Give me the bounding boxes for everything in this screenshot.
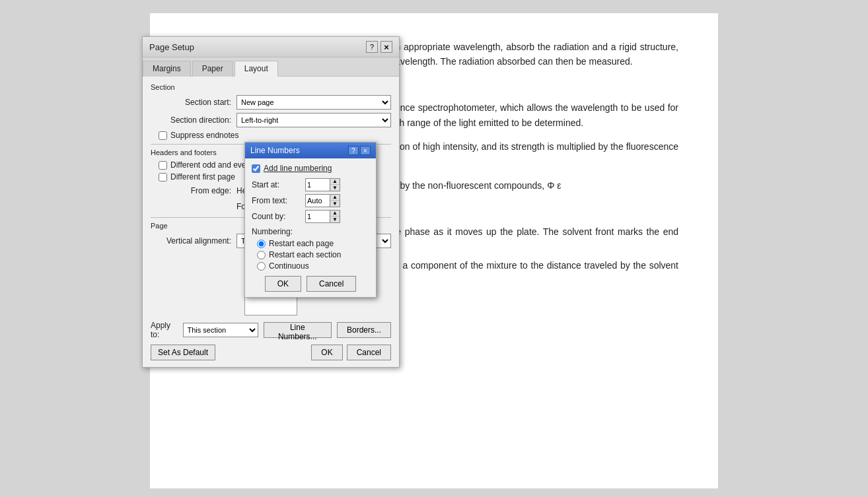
ln-close-button[interactable]: × (360, 146, 371, 155)
section-header: Section (151, 83, 391, 91)
ln-ok-cancel: OK Cancel (252, 276, 369, 292)
bottom-row: Set As Default OK Cancel (151, 345, 391, 360)
ln-title: Line Numbers (250, 146, 300, 155)
restart-each-section-row: Restart each section (257, 250, 369, 259)
page-setup-titlebar: Page Setup ? × (143, 37, 399, 57)
continuous-label: Continuous (269, 261, 309, 271)
diff-odd-even-label: Different odd and even (170, 160, 250, 170)
restart-each-page-label: Restart each page (269, 239, 334, 248)
count-by-input-wrapper: ▲ ▼ (305, 210, 340, 223)
set-default-button[interactable]: Set As Default (151, 345, 215, 360)
page-setup-ok-button[interactable]: OK (311, 345, 342, 360)
ln-ok-button[interactable]: OK (265, 276, 301, 292)
start-at-spinner: ▲ ▼ (330, 179, 340, 191)
start-at-down[interactable]: ▼ (330, 185, 340, 191)
borders-button[interactable]: Borders... (337, 322, 391, 338)
count-by-label: Count by: (252, 212, 301, 221)
dialog-tabs: Margins Paper Layout (143, 57, 399, 77)
ln-cancel-button[interactable]: Cancel (307, 276, 356, 292)
tab-margins[interactable]: Margins (143, 61, 191, 77)
diff-odd-even-checkbox[interactable] (159, 161, 167, 170)
add-line-numbering-checkbox[interactable] (252, 164, 260, 173)
apply-to-select[interactable]: This section This point forward Whole do… (183, 323, 258, 337)
from-text-row: From text: ▲ ▼ (252, 194, 369, 207)
add-line-numbering-label: Add line numbering (264, 164, 332, 173)
ok-cancel-row: OK Cancel (311, 345, 391, 360)
from-text-label: From text: (252, 196, 301, 205)
restart-each-section-radio[interactable] (257, 251, 266, 259)
count-by-up[interactable]: ▲ (330, 211, 340, 216)
apply-to-row: Apply to: This section This point forwar… (151, 321, 391, 339)
ln-controls: ? × (348, 146, 371, 155)
ln-help-button[interactable]: ? (348, 146, 359, 155)
ln-content: Add line numbering Start at: ▲ ▼ From te… (245, 158, 376, 297)
start-at-input-wrapper: ▲ ▼ (305, 178, 340, 191)
add-line-numbering-row: Add line numbering (252, 164, 369, 173)
document-background: Certain molecules, when excited by radia… (0, 0, 868, 497)
section-start-row: Section start: New page Continuous Even … (151, 95, 391, 110)
suppress-endnotes-label: Suppress endnotes (170, 131, 238, 140)
page-setup-close-button[interactable]: × (380, 41, 392, 53)
ln-titlebar: Line Numbers ? × (245, 143, 376, 158)
section-direction-label: Section direction: (151, 116, 236, 125)
suppress-endnotes-checkbox[interactable] (159, 131, 167, 140)
count-by-down[interactable]: ▼ (330, 216, 340, 222)
line-numbers-dialog: Line Numbers ? × Add line numbering Star… (244, 142, 377, 298)
section-start-wrapper: New page Continuous Even page Odd page (236, 95, 391, 110)
tab-paper[interactable]: Paper (192, 61, 233, 77)
section-start-label: Section start: (151, 98, 236, 107)
from-text-up[interactable]: ▲ (330, 195, 340, 201)
page-setup-cancel-button[interactable]: Cancel (347, 345, 391, 360)
count-by-input[interactable] (306, 211, 330, 222)
from-text-input[interactable] (306, 195, 330, 207)
line-numbers-button[interactable]: Line Numbers... (264, 322, 332, 338)
continuous-radio[interactable] (257, 262, 266, 271)
start-at-row: Start at: ▲ ▼ (252, 178, 369, 191)
restart-each-page-row: Restart each page (257, 239, 369, 248)
diff-first-page-label: Different first page (170, 172, 235, 182)
suppress-endnotes-row: Suppress endnotes (159, 131, 391, 140)
from-text-spinner: ▲ ▼ (330, 195, 340, 207)
start-at-label: Start at: (252, 180, 301, 189)
apply-to-label: Apply to: (151, 321, 178, 339)
titlebar-controls: ? × (366, 41, 392, 53)
continuous-row: Continuous (257, 261, 369, 271)
section-start-select[interactable]: New page Continuous Even page Odd page (236, 95, 391, 110)
tab-layout[interactable]: Layout (235, 61, 278, 77)
from-text-input-wrapper: ▲ ▼ (305, 194, 340, 207)
restart-each-section-label: Restart each section (269, 250, 341, 259)
count-by-spinner: ▲ ▼ (330, 211, 340, 222)
restart-each-page-radio[interactable] (257, 240, 266, 248)
section-direction-select[interactable]: Left-to-right Right-to-left (236, 113, 391, 127)
numbering-label: Numbering: (252, 227, 369, 236)
diff-first-page-checkbox[interactable] (159, 173, 167, 182)
start-at-input[interactable] (306, 179, 330, 191)
from-edge-label: From edge: (151, 186, 236, 195)
va-label: Vertical alignment: (151, 236, 236, 246)
page-setup-help-button[interactable]: ? (366, 41, 378, 53)
section-direction-wrapper: Left-to-right Right-to-left (236, 113, 391, 127)
from-text-down[interactable]: ▼ (330, 201, 340, 207)
count-by-row: Count by: ▲ ▼ (252, 210, 369, 223)
section-direction-row: Section direction: Left-to-right Right-t… (151, 113, 391, 127)
page-setup-title: Page Setup (149, 42, 194, 52)
start-at-up[interactable]: ▲ (330, 179, 340, 185)
